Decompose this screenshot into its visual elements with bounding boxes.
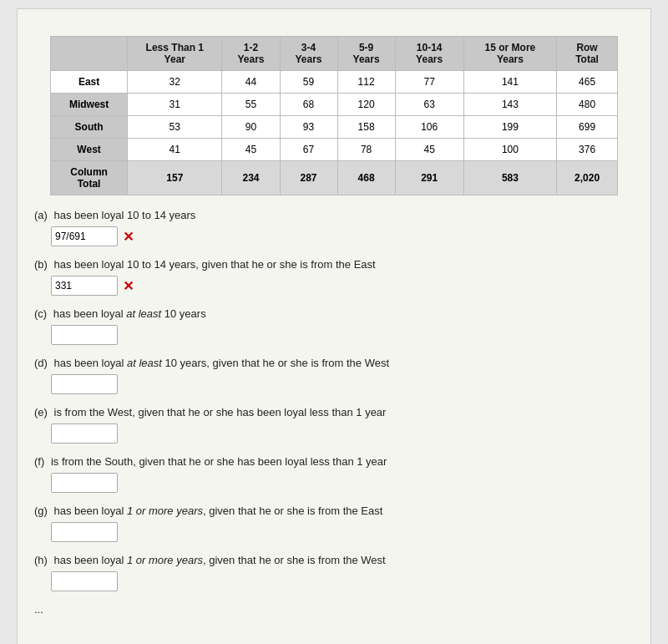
cell-r2c7: 699 — [557, 116, 618, 139]
cell-r1c1: 31 — [128, 94, 222, 116]
question-italic-7: 1 or more years — [127, 554, 203, 566]
question-block-c: (c) has been loyal at least 10 years — [34, 307, 634, 345]
cell-r2c1: 53 — [128, 116, 222, 139]
question-label-7: (h) has been loyal 1 or more years, give… — [34, 554, 634, 566]
col-header-34: 3-4 Years — [280, 37, 337, 71]
input-row-5 — [51, 473, 634, 493]
question-letter-5: (f) — [34, 455, 44, 468]
cell-r0c3: 59 — [280, 71, 337, 94]
question-label-0: (a) has been loyal 10 to 14 years — [34, 209, 634, 221]
answer-input-6[interactable] — [51, 522, 118, 542]
question-italic-6: 1 or more years — [127, 505, 203, 517]
answer-input-5[interactable] — [51, 473, 118, 493]
cell-r1c5: 63 — [395, 94, 463, 116]
cell-r0c4: 112 — [337, 71, 395, 94]
question-block-e: (e) is from the West, given that he or s… — [34, 406, 634, 444]
cell-r0c2: 44 — [222, 71, 280, 94]
cell-r3c2: 45 — [222, 139, 280, 161]
cell-r1c7: 480 — [557, 94, 618, 116]
col-header-region — [51, 37, 128, 71]
cell-r3c5: 45 — [395, 139, 463, 161]
cell-r3c4: 78 — [337, 139, 395, 161]
answer-input-4[interactable] — [51, 423, 118, 444]
question-letter-7: (h) — [34, 554, 48, 566]
cell-r1c4: 120 — [337, 94, 395, 116]
input-row-0: ✕ — [51, 226, 634, 246]
col-total-c2: 234 — [222, 161, 280, 195]
question-label-1: (b) has been loyal 10 to 14 years, given… — [34, 258, 634, 271]
col-total-c1: 157 — [128, 161, 222, 195]
question-letter-6: (g) — [34, 505, 48, 517]
cell-r2c6: 199 — [463, 116, 556, 139]
question-label-6: (g) has been loyal 1 or more years, give… — [34, 505, 634, 517]
question-block-g: (g) has been loyal 1 or more years, give… — [34, 505, 634, 542]
question-letter-2: (c) — [34, 307, 47, 320]
cell-r1c3: 68 — [280, 94, 337, 116]
question-letter-4: (e) — [34, 406, 48, 418]
cell-r1c6: 143 — [463, 94, 556, 116]
question-block-h: (h) has been loyal 1 or more years, give… — [34, 554, 634, 591]
question-label-2: (c) has been loyal at least 10 years — [34, 307, 634, 320]
row-header-west: West — [51, 139, 128, 161]
question-label-5: (f) is from the South, given that he or … — [34, 455, 634, 468]
answer-input-2[interactable] — [51, 325, 118, 345]
page: Less Than 1 Year 1-2 Years 3-4 Years 5-9… — [17, 8, 651, 644]
question-block-f: (f) is from the South, given that he or … — [34, 455, 634, 493]
bottom-text: ... — [34, 603, 634, 616]
cell-r2c4: 158 — [337, 116, 395, 139]
cell-r3c6: 100 — [463, 139, 556, 161]
col-total-c6: 583 — [463, 161, 556, 195]
col-header-lt1: Less Than 1 Year — [128, 37, 222, 71]
question-letter-0: (a) — [34, 209, 48, 221]
answer-input-7[interactable] — [51, 571, 118, 591]
input-row-4 — [51, 423, 634, 444]
question-block-d: (d) has been loyal at least 10 years, gi… — [34, 357, 634, 394]
question-block-a: (a) has been loyal 10 to 14 years✕ — [34, 209, 634, 246]
col-total-label: Column Total — [51, 161, 128, 195]
cell-r3c1: 41 — [128, 139, 222, 161]
cell-r0c7: 465 — [557, 71, 618, 94]
questions-container: (a) has been loyal 10 to 14 years✕(b) ha… — [34, 209, 634, 591]
input-row-6 — [51, 522, 634, 542]
error-mark-0: ✕ — [123, 229, 134, 245]
cell-r1c2: 55 — [222, 94, 280, 116]
col-header-rowtotal: Row Total — [557, 37, 618, 71]
answer-input-3[interactable] — [51, 374, 118, 394]
input-row-2 — [51, 325, 634, 345]
error-mark-1: ✕ — [123, 278, 134, 294]
input-row-7 — [51, 571, 634, 591]
cell-r0c6: 141 — [463, 71, 556, 94]
col-total-c3: 287 — [280, 161, 337, 195]
col-header-12: 1-2 Years — [222, 37, 280, 71]
bottom-text-prefix: ... — [34, 603, 43, 616]
cell-r3c7: 376 — [557, 139, 618, 161]
input-row-1: ✕ — [51, 276, 634, 296]
row-header-midwest: Midwest — [51, 94, 128, 116]
question-letter-3: (d) — [34, 357, 48, 369]
data-table: Less Than 1 Year 1-2 Years 3-4 Years 5-9… — [50, 36, 618, 195]
question-letter-1: (b) — [34, 258, 48, 271]
question-block-b: (b) has been loyal 10 to 14 years, given… — [34, 258, 634, 296]
col-header-59: 5-9 Years — [337, 37, 395, 71]
col-header-15plus: 15 or More Years — [463, 37, 556, 71]
cell-r2c3: 93 — [280, 116, 337, 139]
input-row-3 — [51, 374, 634, 394]
answer-input-0[interactable] — [51, 226, 118, 246]
row-header-east: East — [51, 71, 128, 94]
answer-input-1[interactable] — [51, 276, 118, 296]
col-total-c4: 468 — [337, 161, 395, 195]
question-label-3: (d) has been loyal at least 10 years, gi… — [34, 357, 634, 369]
question-label-4: (e) is from the West, given that he or s… — [34, 406, 634, 418]
cell-r2c2: 90 — [222, 116, 280, 139]
col-total-c7: 2,020 — [557, 161, 618, 195]
question-italic-2: at least — [126, 307, 161, 320]
cell-r2c5: 106 — [395, 116, 463, 139]
col-header-1014: 10-14 Years — [395, 37, 463, 71]
question-italic-3: at least — [127, 357, 162, 369]
cell-r0c1: 32 — [128, 71, 222, 94]
cell-r0c5: 77 — [395, 71, 463, 94]
col-total-c5: 291 — [395, 161, 463, 195]
row-header-south: South — [51, 116, 128, 139]
cell-r3c3: 67 — [280, 139, 337, 161]
